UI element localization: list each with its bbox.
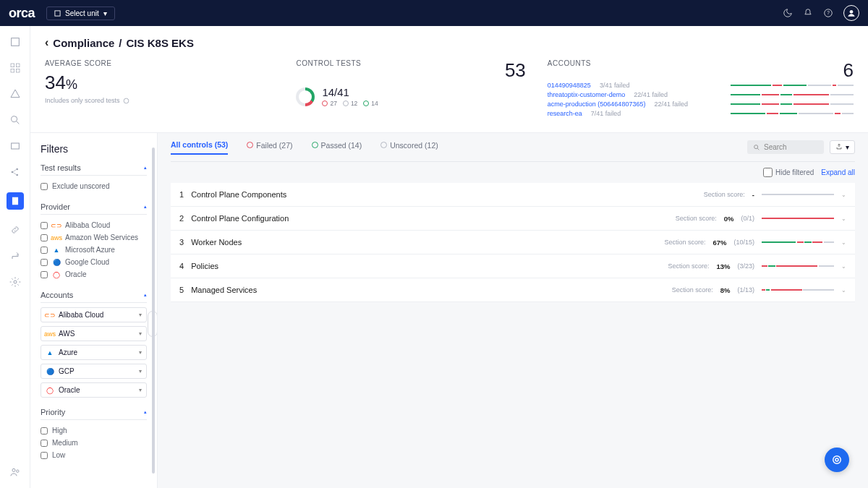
exclude-unscored-checkbox[interactable]: Exclude unscored bbox=[41, 180, 147, 192]
expand-all-link[interactable]: Expand all bbox=[821, 168, 855, 176]
top-bar: orca Select unit ▾ ? bbox=[0, 0, 868, 26]
moon-icon[interactable] bbox=[783, 8, 793, 18]
nav-search-icon[interactable] bbox=[9, 114, 21, 126]
side-nav bbox=[0, 26, 30, 488]
svg-point-12 bbox=[11, 171, 13, 174]
account-row[interactable]: threatoptix-customer-demo22/41 failed bbox=[548, 91, 854, 98]
breadcrumb-parent[interactable]: Compliance bbox=[53, 37, 114, 49]
resize-handle[interactable]: ⟩ bbox=[148, 311, 158, 337]
control-tests-donut bbox=[296, 87, 315, 106]
select-unit-dropdown[interactable]: Select unit ▾ bbox=[46, 7, 115, 20]
filter-accounts-head[interactable]: Accounts bbox=[41, 291, 147, 303]
nav-compliance-icon[interactable] bbox=[7, 192, 24, 210]
lifebuoy-icon bbox=[832, 455, 842, 465]
svg-rect-11 bbox=[11, 143, 19, 149]
svg-point-9 bbox=[11, 116, 17, 122]
account-select[interactable]: ▲Azure bbox=[41, 345, 147, 360]
help-icon[interactable]: ? bbox=[823, 8, 833, 18]
actions-row: Hide filtered Expand all bbox=[171, 162, 855, 183]
avg-score-note: Includes only scored tests bbox=[45, 97, 274, 104]
priority-checkbox[interactable]: Low bbox=[41, 449, 147, 461]
bell-icon[interactable] bbox=[803, 8, 813, 18]
results-panel: All controls (53) Failed (27) Passed (14… bbox=[158, 133, 868, 488]
tab-passed[interactable]: Passed (14) bbox=[312, 141, 362, 154]
chevron-down-icon: ⌄ bbox=[841, 215, 846, 222]
svg-rect-4 bbox=[11, 38, 19, 46]
provider-checkbox[interactable]: awsAmazon Web Services bbox=[41, 231, 147, 244]
unit-icon bbox=[54, 10, 61, 17]
avg-score-value: 34% bbox=[45, 72, 274, 94]
chevron-down-icon: ⌄ bbox=[841, 239, 846, 246]
account-select[interactable]: awsAWS bbox=[41, 326, 147, 341]
svg-point-24 bbox=[833, 456, 841, 464]
svg-rect-5 bbox=[11, 64, 14, 67]
nav-users-icon[interactable] bbox=[9, 466, 21, 478]
info-icon[interactable] bbox=[123, 98, 129, 104]
nav-flow-icon[interactable] bbox=[9, 250, 21, 262]
account-row[interactable]: acme-production (506464807365)22/41 fail… bbox=[548, 100, 854, 108]
section-row[interactable]: 2 Control Plane Configuration Section sc… bbox=[171, 207, 855, 231]
avatar[interactable] bbox=[843, 5, 859, 21]
section-row[interactable]: 3 Worker Nodes Section score: 67% (10/15… bbox=[171, 231, 855, 254]
nav-link-icon[interactable] bbox=[9, 224, 21, 236]
nav-box-icon[interactable] bbox=[9, 140, 21, 152]
provider-checkbox[interactable]: 🔵Google Cloud bbox=[41, 256, 147, 268]
provider-checkbox[interactable]: ◯Oracle bbox=[41, 268, 147, 281]
section-row[interactable]: 1 Control Plane Components Section score… bbox=[171, 183, 855, 207]
nav-dashboard-icon[interactable] bbox=[9, 62, 21, 74]
chevron-down-icon: ▾ bbox=[846, 143, 849, 151]
breadcrumb: ‹ Compliance / CIS K8S EKS bbox=[45, 36, 854, 49]
svg-line-16 bbox=[13, 173, 16, 175]
nav-home-icon[interactable] bbox=[9, 36, 21, 48]
filter-provider-head[interactable]: Provider bbox=[41, 202, 147, 215]
priority-checkbox[interactable]: High bbox=[41, 424, 147, 437]
svg-rect-7 bbox=[11, 69, 14, 72]
nav-alert-icon[interactable] bbox=[9, 88, 21, 100]
account-select[interactable]: ⊂⊃Alibaba Cloud bbox=[41, 307, 147, 322]
svg-point-3 bbox=[850, 10, 854, 14]
tab-unscored[interactable]: Unscored (12) bbox=[380, 141, 438, 154]
provider-checkbox[interactable]: ⊂⊃Alibaba Cloud bbox=[41, 219, 147, 231]
search-input[interactable]: Search bbox=[747, 140, 824, 154]
search-icon bbox=[753, 144, 760, 151]
hide-filtered-checkbox[interactable]: Hide filtered bbox=[763, 168, 814, 177]
account-row[interactable]: research-ea7/41 failed bbox=[548, 110, 854, 117]
breadcrumb-sep: / bbox=[119, 37, 122, 49]
svg-point-18 bbox=[14, 281, 17, 283]
help-fab[interactable] bbox=[825, 448, 849, 472]
tabs-row: All controls (53) Failed (27) Passed (14… bbox=[171, 133, 855, 162]
chevron-down-icon: ▾ bbox=[103, 9, 107, 17]
svg-point-19 bbox=[12, 468, 15, 471]
chevron-down-icon: ⌄ bbox=[841, 192, 846, 198]
account-select[interactable]: ◯Oracle bbox=[41, 382, 147, 398]
account-row[interactable]: 0144909488253/41 failed bbox=[548, 82, 854, 89]
filters-panel: Filters Test results Exclude unscored Pr… bbox=[30, 133, 158, 488]
filter-test-results-head[interactable]: Test results bbox=[41, 163, 147, 176]
svg-line-10 bbox=[17, 121, 19, 124]
svg-rect-17 bbox=[12, 197, 17, 205]
tab-all-controls[interactable]: All controls (53) bbox=[171, 140, 228, 155]
chevron-down-icon: ⌄ bbox=[841, 263, 846, 270]
tab-failed[interactable]: Failed (27) bbox=[247, 141, 292, 154]
logo: orca bbox=[9, 6, 35, 21]
nav-settings-icon[interactable] bbox=[9, 276, 21, 288]
svg-point-25 bbox=[835, 458, 838, 461]
section-row[interactable]: 4 Policies Section score: 13% (3/23) ⌄ bbox=[171, 254, 855, 278]
svg-point-20 bbox=[16, 470, 18, 472]
control-tests-count: 53 bbox=[505, 59, 526, 82]
breadcrumb-current: CIS K8S EKS bbox=[127, 37, 194, 49]
accounts-title: ACCOUNTS bbox=[548, 59, 591, 67]
filters-title: Filters bbox=[41, 143, 157, 155]
svg-rect-8 bbox=[16, 69, 20, 72]
filter-priority-head[interactable]: Priority bbox=[41, 408, 147, 420]
account-select[interactable]: 🔵GCP bbox=[41, 364, 147, 379]
share-button[interactable]: ▾ bbox=[830, 140, 855, 154]
provider-checkbox[interactable]: ▲Microsoft Azure bbox=[41, 244, 147, 256]
accounts-count: 6 bbox=[843, 59, 854, 82]
section-row[interactable]: 5 Managed Services Section score: 8% (1/… bbox=[171, 278, 855, 302]
back-icon[interactable]: ‹ bbox=[45, 36, 48, 49]
svg-point-14 bbox=[16, 174, 18, 176]
nav-share-icon[interactable] bbox=[9, 166, 21, 178]
svg-line-15 bbox=[13, 170, 16, 172]
priority-checkbox[interactable]: Medium bbox=[41, 437, 147, 449]
